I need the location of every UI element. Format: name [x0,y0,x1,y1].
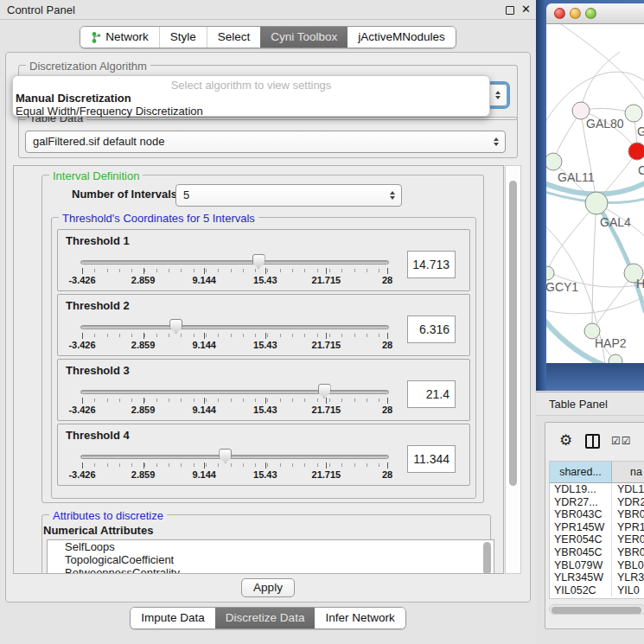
scrollbar-thumb[interactable] [509,181,517,486]
slider-thumb[interactable] [169,319,182,334]
control-panel: Control Panel ✕ Network Style Select Cyn… [0,0,536,644]
dropdown-option-manual[interactable]: Manual Discretization [13,92,489,105]
table-horizontal-scrollbar[interactable] [549,604,644,615]
node-top-right[interactable] [625,105,642,122]
dropdown-option-equal-width[interactable]: Equal Width/Frequency Discretization [13,105,489,118]
table-row[interactable]: YBR045CYBR0 [550,546,644,559]
tab-network[interactable]: Network [80,27,159,48]
slider[interactable]: -3.4262.8599.14415.4321.71528 [80,360,389,422]
column-header-name[interactable]: na [612,462,644,482]
table-cell: YER0 [612,533,644,546]
node-label: GA [637,124,644,138]
threshold-value-field[interactable]: 6.316 [407,316,456,343]
tick-major: 2.859 [143,333,144,339]
apply-button[interactable]: Apply [241,578,295,597]
tick-major: 21.715 [326,398,327,404]
slider-thumb[interactable] [318,384,331,399]
network-view-window[interactable]: GAL80 GA C GAL11 GAL4 GCY1 H HAP2 [536,0,644,391]
table-cell: YLR345W [550,571,612,584]
tab-infer-network[interactable]: Infer Network [315,608,405,628]
slider[interactable]: -3.4262.8599.14415.4321.71528 [80,230,389,292]
num-intervals-label: Number of Intervals [72,188,177,201]
table-cell: YIL052C [550,584,612,597]
table-data-select[interactable]: galFiltered.sif default node [25,131,506,153]
close-traffic-light[interactable] [554,8,565,19]
split-view-icon[interactable] [585,434,600,449]
close-icon[interactable]: ✕ [521,3,531,16]
network-canvas[interactable]: GAL80 GA C GAL11 GAL4 GCY1 H HAP2 [546,24,644,363]
tick-major: 28 [387,398,388,404]
table-cell: YLR3 [612,571,644,584]
table-cell: YDL1 [612,483,644,496]
tick-major: 15.43 [265,333,266,339]
slider-track[interactable] [80,455,389,459]
table-row[interactable]: YER054CYER0 [550,533,644,546]
combo-arrows-icon [494,137,499,146]
minimize-traffic-light[interactable] [570,8,581,19]
tab-discretize-data[interactable]: Discretize Data [215,608,316,628]
tab-select[interactable]: Select [207,27,261,48]
node-red-selected[interactable] [628,143,644,160]
tab-cyni-toolbox[interactable]: Cyni Toolbox [260,27,348,48]
combo-arrows-icon [390,191,395,200]
tab-jactivemnodules[interactable]: jActiveMNodules [348,27,456,48]
control-panel-titlebar: Control Panel ✕ [0,0,536,20]
attribute-item[interactable]: TopologicalCoefficient [48,553,494,566]
tick-major: 28 [387,268,388,274]
num-intervals-select[interactable]: 5 [175,184,402,207]
table-row[interactable]: YLR345WYLR3 [550,571,644,584]
tab-style[interactable]: Style [159,27,207,48]
settings-viewport: Interval Definition Number of Intervals … [13,165,504,574]
tick-major: 9.144 [204,268,205,274]
minor-ticks [82,269,387,272]
slider-thumb[interactable] [219,449,232,463]
slider-ticks: -3.4262.8599.14415.4321.71528 [82,333,387,355]
column-header-shared-name[interactable]: shared... [550,462,612,482]
top-tab-row: Network Style Select Cyni Toolbox jActiv… [0,26,536,48]
table-row[interactable]: YIL052CYIL0 [550,584,644,597]
minor-ticks [82,399,387,402]
threshold-value-field[interactable]: 11.344 [407,445,456,473]
tick-major: 9.144 [204,333,205,339]
float-panel-icon[interactable] [506,6,514,15]
zoom-traffic-light[interactable] [585,8,596,19]
thresholds-list: Threshold 1 -3.4262.8599.14415.4321.7152… [52,229,477,488]
gear-icon[interactable]: ⚙ [559,431,572,450]
interval-definition-group: Interval Definition Number of Intervals … [41,175,484,503]
attribute-item[interactable]: BetweennessCentrality [48,566,494,574]
tick-major: -3.426 [82,462,83,469]
table-row[interactable]: YPR145WYPR1 [550,521,644,534]
table-row[interactable]: YBR043CYBR0 [550,508,644,521]
tab-impute-data[interactable]: Impute Data [131,608,215,628]
table-cell: YPR145W [550,521,612,534]
slider-track[interactable] [80,325,389,329]
slider-track[interactable] [80,390,389,394]
scrollbar-thumb[interactable] [552,607,641,614]
slider[interactable]: -3.4262.8599.14415.4321.71528 [80,424,389,487]
list-scrollbar[interactable] [483,542,491,574]
attribute-item[interactable]: SelfLoops [48,540,494,553]
network-window-titlebar[interactable] [546,3,644,24]
node-gcy1[interactable] [546,266,554,280]
table-row[interactable]: YDR27...YDR2 [550,496,644,509]
node-gal11[interactable] [546,153,562,170]
threshold-row: Threshold 4 -3.4262.8599.14415.4321.7152… [57,424,470,486]
select-columns-icon[interactable]: ☑☑ [611,435,632,447]
tick-major: 2.859 [143,398,144,404]
slider[interactable]: -3.4262.8599.14415.4321.71528 [80,295,389,357]
threshold-value-field[interactable]: 14.713 [407,251,456,278]
node-table: shared... na YDL19...YDL1YDR27...YDR2YBR… [549,461,644,599]
slider-ticks: -3.4262.8599.14415.4321.71528 [82,268,387,290]
table-row[interactable]: YBL079WYBL0 [550,559,644,572]
table-cell: YBL079W [550,559,612,572]
bottom-tab-row: Impute Data Discretize Data Infer Networ… [0,607,536,629]
threshold-value-field[interactable]: 21.4 [407,380,456,408]
panel-scrollbar[interactable] [505,165,521,574]
node-gal4[interactable] [585,192,608,214]
slider-thumb[interactable] [252,254,265,269]
table-row[interactable]: YDL19...YDL1 [550,483,644,496]
group-title: Threshold's Coordinates for 5 Intervals [59,212,258,225]
tick-major: 9.144 [204,462,205,469]
tick-major: 15.43 [265,462,266,469]
slider-track[interactable] [80,260,389,265]
